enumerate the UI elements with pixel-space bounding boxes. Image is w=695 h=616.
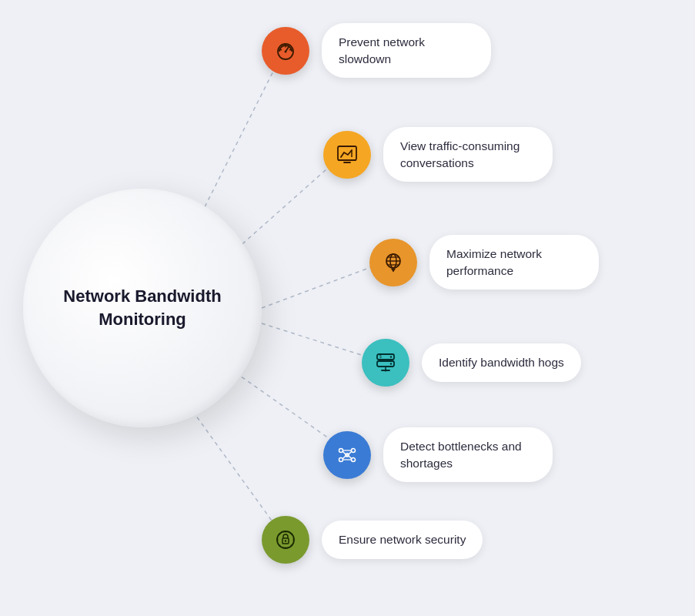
svg-point-23 [390, 356, 392, 357]
diagram-container: Network Bandwidth Monitoring Prevent net… [0, 0, 695, 616]
svg-point-42 [285, 540, 286, 541]
svg-line-10 [280, 49, 282, 50]
speedometer-icon [262, 27, 309, 75]
feature-item-2: View traffic-consuming conversations [323, 127, 553, 182]
svg-point-47 [279, 534, 281, 535]
svg-point-24 [390, 363, 392, 364]
feature-label-3: Maximize network performance [429, 235, 599, 290]
feature-item-6: Ensure network security [262, 516, 483, 564]
feature-label-6: Ensure network security [322, 521, 483, 559]
globe-performance-icon [369, 239, 417, 286]
center-title: Network Bandwidth Monitoring [23, 285, 262, 330]
svg-line-37 [349, 456, 352, 459]
svg-point-46 [293, 539, 295, 541]
center-circle: Network Bandwidth Monitoring [23, 189, 262, 427]
feature-item-3: Maximize network performance [369, 235, 599, 290]
feature-label-2: View traffic-consuming conversations [383, 127, 553, 182]
svg-point-50 [279, 545, 281, 547]
feature-label-1: Prevent network slowdown [322, 23, 491, 78]
svg-line-34 [342, 451, 346, 454]
svg-point-48 [291, 545, 292, 547]
svg-point-27 [385, 370, 387, 372]
svg-rect-12 [338, 146, 356, 160]
feature-label-5: Detect bottlenecks and shortages [383, 427, 553, 482]
feature-item-1: Prevent network slowdown [262, 23, 491, 78]
feature-label-4: Identify bandwidth hogs [422, 343, 581, 382]
chart-icon [323, 131, 371, 179]
svg-point-31 [352, 448, 356, 452]
svg-point-32 [339, 457, 343, 461]
server-icon: $ [362, 339, 409, 387]
svg-line-35 [349, 451, 352, 454]
svg-line-11 [290, 49, 292, 50]
feature-item-4: $ Identify bandwidth hogs [362, 339, 581, 387]
svg-text:$: $ [379, 354, 382, 359]
svg-point-33 [352, 457, 356, 461]
svg-point-45 [277, 539, 279, 541]
svg-point-29 [345, 453, 349, 457]
svg-point-43 [285, 531, 286, 533]
svg-point-8 [285, 50, 287, 52]
feature-item-5: Detect bottlenecks and shortages [323, 427, 553, 482]
network-icon [323, 431, 371, 479]
svg-point-49 [291, 534, 292, 535]
security-icon [262, 516, 309, 564]
svg-point-44 [285, 547, 286, 549]
svg-line-36 [342, 456, 346, 459]
svg-point-30 [339, 448, 343, 452]
